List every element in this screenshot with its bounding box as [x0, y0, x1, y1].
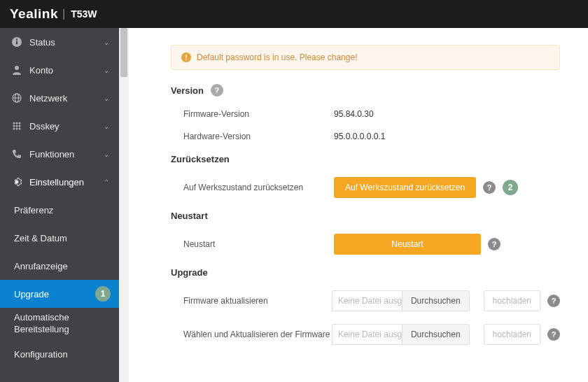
sidebar-item-funktionen[interactable]: Funktionen ⌄ [0, 140, 119, 168]
sidebar-sub-zeit-datum[interactable]: Zeit & Datum [0, 224, 119, 252]
globe-icon [11, 92, 22, 104]
factory-reset-button[interactable]: Auf Werkszustand zurücksetzen [334, 177, 476, 198]
help-icon[interactable]: ? [547, 295, 560, 307]
scrollbar-thumb[interactable] [120, 28, 127, 77]
row-firmware-update: Firmware aktualisieren Keine Datei ausg … [171, 290, 560, 311]
hardware-version-value: 95.0.0.0.0.0.1 [334, 132, 484, 141]
svg-point-7 [13, 122, 15, 125]
top-bar: Yealink | T53W [0, 0, 588, 28]
brand-divider: | [62, 8, 65, 20]
svg-point-14 [16, 128, 18, 130]
section-title-upgrade: Upgrade [171, 267, 560, 278]
sidebar-item-label: Dsskey [29, 121, 104, 132]
firmware-version-label: Firmware-Version [183, 109, 334, 119]
chevron-down-icon: ⌄ [104, 94, 109, 102]
firmware-version-value: 95.84.0.30 [334, 109, 484, 119]
user-icon [11, 64, 22, 76]
row-firmware-version: Firmware-Version 95.84.0.30 [171, 109, 560, 119]
warning-text: Default password is in use. Please chang… [197, 52, 357, 62]
help-icon[interactable]: ? [488, 238, 500, 250]
svg-point-10 [13, 125, 15, 127]
help-icon[interactable]: ? [547, 328, 560, 341]
restart-label: Neustart [183, 239, 334, 249]
phone-icon [11, 148, 22, 160]
section-title-version: Version ? [171, 84, 560, 97]
step-badge-1: 1 [95, 286, 111, 302]
svg-point-13 [13, 128, 15, 130]
sidebar-item-label: Netzwerk [29, 93, 104, 104]
browse-button[interactable]: Durchsuchen [402, 324, 470, 345]
sidebar-item-dsskey[interactable]: Dsskey ⌄ [0, 112, 119, 140]
sidebar: Status ⌄ Konto ⌄ Netzwerk ⌄ Dsskey ⌄ [0, 28, 119, 382]
row-select-update: Wählen und Aktualisieren der Firmware de… [171, 324, 560, 345]
chevron-down-icon: ⌄ [104, 122, 109, 130]
sidebar-sub-praeferenz[interactable]: Präferenz [0, 196, 119, 224]
sidebar-item-label: Einstellungen [29, 177, 104, 188]
row-factory-reset: Auf Werkszustand zurücksetzen Auf Werksz… [171, 177, 560, 198]
chevron-up-icon: ⌃ [104, 178, 109, 186]
sidebar-item-label: Konto [29, 65, 104, 76]
sidebar-sub-anrufanzeige[interactable]: Anrufanzeige [0, 252, 119, 280]
chevron-down-icon: ⌄ [104, 150, 109, 158]
sidebar-sub-konfiguration[interactable]: Konfiguration [0, 340, 119, 368]
row-restart: Neustart Neustart ? [171, 234, 560, 255]
row-hardware-version: Hardware-Version 95.0.0.0.0.0.1 [171, 132, 560, 141]
restart-button[interactable]: Neustart [334, 234, 481, 255]
sidebar-item-einstellungen[interactable]: Einstellungen ⌃ [0, 168, 119, 196]
gear-icon [11, 176, 22, 188]
svg-point-9 [19, 122, 21, 125]
hardware-version-label: Hardware-Version [183, 132, 334, 141]
factory-reset-label: Auf Werkszustand zurücksetzen [183, 183, 334, 192]
scrollbar[interactable] [119, 28, 129, 382]
svg-point-12 [19, 125, 21, 127]
chevron-down-icon: ⌄ [104, 66, 109, 74]
section-title-reset: Zurücksetzen [171, 154, 560, 164]
browse-button[interactable]: Durchsuchen [402, 290, 470, 311]
svg-point-11 [16, 125, 18, 127]
upload-button[interactable]: hochladen [484, 290, 540, 311]
sidebar-sub-upgrade[interactable]: Upgrade 1 [0, 280, 119, 308]
svg-point-3 [15, 66, 19, 70]
info-icon [11, 36, 22, 48]
sidebar-item-label: Funktionen [29, 149, 104, 160]
svg-point-15 [19, 128, 21, 130]
section-title-restart: Neustart [171, 211, 560, 221]
file-input-display: Keine Datei ausg [332, 324, 402, 345]
warning-alert: ! Default password is in use. Please cha… [171, 45, 560, 70]
brand-logo: Yealink [10, 6, 58, 22]
firmware-update-label: Firmware aktualisieren [183, 296, 332, 306]
upload-button[interactable]: hochladen [484, 324, 540, 345]
svg-rect-2 [16, 39, 18, 41]
sidebar-item-status[interactable]: Status ⌄ [0, 28, 119, 56]
sidebar-item-netzwerk[interactable]: Netzwerk ⌄ [0, 84, 119, 112]
sidebar-item-konto[interactable]: Konto ⌄ [0, 56, 119, 84]
file-input-display: Keine Datei ausg [332, 290, 402, 311]
sidebar-item-label: Status [29, 37, 104, 48]
chevron-down-icon: ⌄ [104, 38, 109, 46]
grid-icon [11, 120, 22, 132]
help-icon[interactable]: ? [211, 84, 223, 97]
device-model: T53W [71, 8, 97, 20]
svg-rect-1 [16, 41, 18, 45]
svg-point-8 [16, 122, 18, 125]
help-icon[interactable]: ? [483, 181, 496, 194]
step-badge-2: 2 [503, 180, 518, 195]
sidebar-sub-auto-bereitstellung[interactable]: Automatische Bereitstellung [0, 308, 119, 340]
warning-icon: ! [181, 52, 191, 62]
content-area: ! Default password is in use. Please cha… [129, 28, 588, 382]
select-update-label: Wählen und Aktualisieren der Firmware de… [183, 330, 332, 339]
